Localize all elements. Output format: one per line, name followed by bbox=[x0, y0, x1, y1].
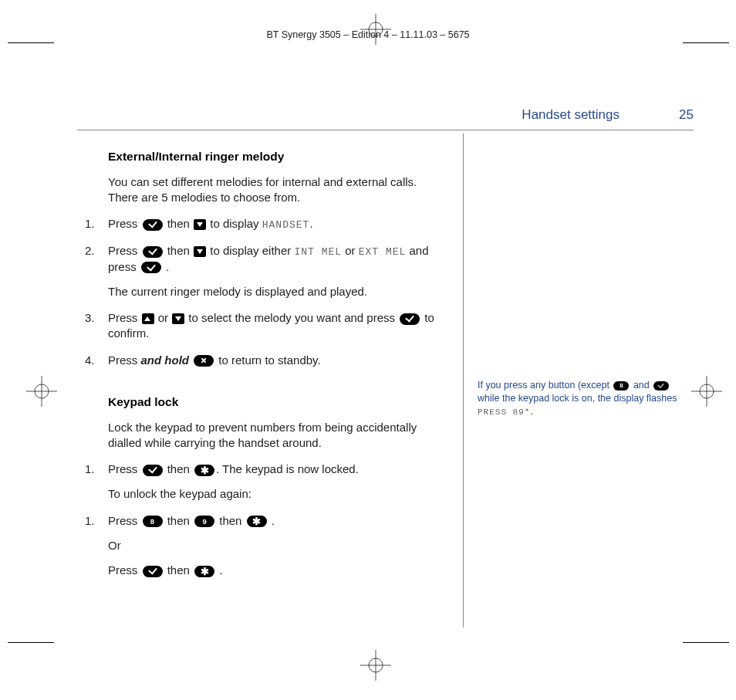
svg-point-11 bbox=[700, 384, 714, 398]
display-text: INT MEL bbox=[294, 246, 342, 258]
registration-mark-left bbox=[26, 376, 57, 407]
star-button-icon: ✱ bbox=[194, 465, 214, 476]
manual-page: BT Synergy 3505 – Edition 4 – 11.11.03 –… bbox=[0, 0, 736, 700]
page-header-row: Handset settings 25 bbox=[77, 107, 694, 123]
ok-button-icon bbox=[143, 465, 163, 476]
ok-button-icon bbox=[143, 566, 163, 577]
keypad-unlock-step-1: 1. Press 8 then 9 then ✱ . Or Press then… bbox=[85, 513, 449, 579]
down-arrow-icon bbox=[172, 313, 184, 324]
step-body: Press then ✱. The keypad is now locked. … bbox=[108, 462, 449, 502]
content-columns: External/Internal ringer melody You can … bbox=[77, 134, 694, 623]
step-body: Press 8 then 9 then ✱ . Or Press then ✱ … bbox=[108, 513, 449, 579]
eight-button-icon: 8 bbox=[143, 516, 163, 527]
crop-mark bbox=[683, 42, 729, 43]
step-number: 1. bbox=[85, 513, 108, 579]
step-body: Press and hold to return to standby. bbox=[108, 353, 449, 368]
step-body: Press then to display either INT MEL or … bbox=[108, 243, 449, 299]
ringer-intro: You can set different melodies for inter… bbox=[85, 174, 449, 206]
eight-button-icon: 8 bbox=[613, 381, 629, 391]
step-number: 4. bbox=[85, 353, 108, 368]
ok-button-icon bbox=[400, 313, 420, 325]
document-header: BT Synergy 3505 – Edition 4 – 11.11.03 –… bbox=[154, 29, 582, 40]
ringer-step-4: 4. Press and hold to return to standby. bbox=[85, 353, 449, 368]
display-text: PRESS 89* bbox=[478, 407, 530, 417]
ok-button-icon bbox=[141, 262, 161, 273]
step-body: Press then to display HANDSET. bbox=[108, 216, 449, 232]
keypad-heading: Keypad lock bbox=[85, 394, 449, 411]
crop-mark bbox=[683, 642, 729, 643]
ringer-step-1: 1. Press then to display HANDSET. bbox=[85, 216, 449, 232]
side-column: If you press any button (except 8 and wh… bbox=[464, 134, 694, 623]
ringer-step-2: 2. Press then to display either INT MEL … bbox=[85, 243, 449, 299]
step-body: Press or to select the melody you want a… bbox=[108, 310, 449, 342]
step-number: 3. bbox=[85, 310, 108, 342]
keypad-lock-side-note: If you press any button (except 8 and wh… bbox=[478, 379, 686, 418]
ok-button-icon bbox=[653, 381, 669, 391]
display-text: HANDSET bbox=[262, 219, 310, 231]
ok-button-icon bbox=[143, 219, 163, 231]
crop-mark bbox=[8, 642, 54, 643]
nine-button-icon: 9 bbox=[194, 516, 214, 527]
star-button-icon: ✱ bbox=[194, 566, 214, 577]
registration-mark-bottom bbox=[360, 650, 391, 681]
ringer-step-3: 3. Press or to select the melody you wan… bbox=[85, 310, 449, 342]
crop-mark bbox=[8, 42, 54, 43]
step-number: 1. bbox=[85, 216, 108, 232]
down-arrow-icon bbox=[194, 246, 206, 257]
main-column: External/Internal ringer melody You can … bbox=[77, 134, 463, 623]
step-number: 2. bbox=[85, 243, 108, 299]
keypad-lock-step-1: 1. Press then ✱. The keypad is now locke… bbox=[85, 462, 449, 502]
ringer-heading: External/Internal ringer melody bbox=[85, 149, 449, 165]
svg-point-5 bbox=[369, 658, 383, 672]
and-hold-emphasis: and hold bbox=[141, 353, 190, 367]
registration-mark-right bbox=[691, 376, 722, 407]
ok-button-icon bbox=[143, 246, 163, 258]
svg-point-8 bbox=[35, 384, 49, 398]
section-title: Handset settings bbox=[522, 107, 620, 123]
down-arrow-icon bbox=[194, 219, 206, 230]
star-button-icon: ✱ bbox=[247, 516, 267, 527]
display-text: EXT MEL bbox=[359, 246, 407, 258]
up-arrow-icon bbox=[142, 313, 154, 324]
cancel-button-icon bbox=[194, 355, 214, 367]
divider bbox=[77, 130, 694, 130]
page-number: 25 bbox=[663, 107, 694, 123]
step-number: 1. bbox=[85, 462, 108, 502]
keypad-intro: Lock the keypad to prevent numbers from … bbox=[85, 420, 449, 451]
